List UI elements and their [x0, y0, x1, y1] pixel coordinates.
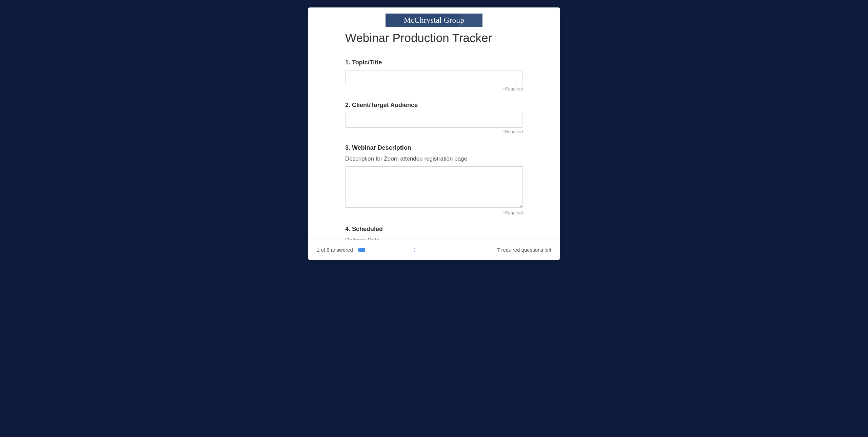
- question-topic-title: 1. Topic/Title Required: [345, 59, 523, 91]
- question-label: 4. Scheduled: [345, 226, 523, 233]
- answered-count: 1 of 8 answered: [317, 247, 353, 253]
- form-card: McChrystal Group Webinar Production Trac…: [308, 7, 560, 260]
- question-label: 3. Webinar Description: [345, 144, 523, 151]
- form-title: Webinar Production Tracker: [345, 31, 523, 45]
- client-audience-input[interactable]: [345, 113, 523, 128]
- form-footer: 1 of 8 answered 7 required questions lef…: [308, 240, 560, 260]
- form-scroll-area[interactable]: McChrystal Group Webinar Production Trac…: [308, 7, 560, 240]
- logo-wrap: McChrystal Group: [308, 7, 560, 27]
- question-client-audience: 2. Client/Target Audience Required: [345, 102, 523, 134]
- question-label: 2. Client/Target Audience: [345, 102, 523, 109]
- required-note: Required: [345, 129, 523, 134]
- question-subtext: Delivery Date: [345, 237, 523, 240]
- question-label: 1. Topic/Title: [345, 59, 523, 66]
- brand-logo: McChrystal Group: [386, 14, 482, 27]
- remaining-count: 7 required questions left: [497, 247, 551, 253]
- question-webinar-description: 3. Webinar Description Description for Z…: [345, 144, 523, 215]
- question-subtext: Description for Zoom attendee registrati…: [345, 155, 523, 162]
- footer-left: 1 of 8 answered: [317, 247, 415, 253]
- progress-fill: [358, 248, 365, 252]
- topic-title-input[interactable]: [345, 70, 523, 85]
- required-note: Required: [345, 210, 523, 215]
- form-inner: Webinar Production Tracker 1. Topic/Titl…: [308, 31, 560, 240]
- question-scheduled: 4. Scheduled Delivery Date: [345, 226, 523, 240]
- progress-bar: [358, 248, 415, 252]
- webinar-description-input[interactable]: [345, 166, 523, 208]
- required-note: Required: [345, 86, 523, 91]
